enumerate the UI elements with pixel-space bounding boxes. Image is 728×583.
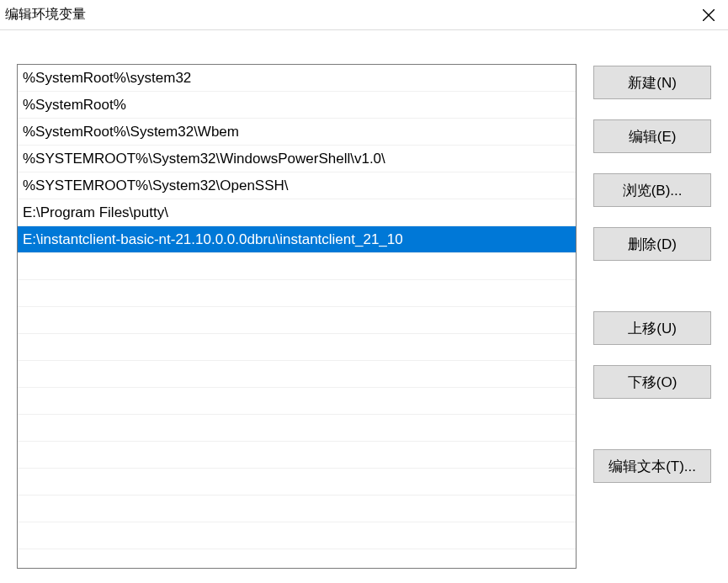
dialog-content: %SystemRoot%\system32 %SystemRoot% %Syst…: [0, 30, 728, 583]
button-column: 新建(N) 编辑(E) 浏览(B)... 删除(D) 上移(U) 下移(O) 编…: [593, 64, 711, 569]
edit-button[interactable]: 编辑(E): [593, 119, 711, 153]
new-button[interactable]: 新建(N): [593, 66, 711, 99]
list-empty-row[interactable]: [18, 253, 576, 280]
list-empty-row[interactable]: [18, 334, 576, 361]
list-empty-row[interactable]: [18, 442, 576, 469]
list-item[interactable]: %SystemRoot%\System32\Wbem: [18, 119, 576, 146]
list-item[interactable]: %SYSTEMROOT%\System32\WindowsPowerShell\…: [18, 146, 576, 172]
list-empty-row[interactable]: [18, 496, 576, 522]
edit-text-button[interactable]: 编辑文本(T)...: [593, 449, 711, 483]
browse-button[interactable]: 浏览(B)...: [593, 173, 711, 207]
close-icon: [703, 9, 715, 21]
list-empty-row[interactable]: [18, 522, 576, 549]
list-item[interactable]: E:\Program Files\putty\: [18, 199, 576, 226]
list-empty-row[interactable]: [18, 361, 576, 388]
titlebar: 编辑环境变量: [0, 0, 728, 30]
close-button[interactable]: [689, 0, 728, 30]
list-empty-row[interactable]: [18, 469, 576, 496]
move-down-button[interactable]: 下移(O): [593, 365, 711, 399]
list-item[interactable]: %SystemRoot%: [18, 92, 576, 119]
list-item-selected[interactable]: E:\instantclient-basic-nt-21.10.0.0.0dbr…: [18, 226, 576, 253]
move-up-button[interactable]: 上移(U): [593, 311, 711, 345]
list-item[interactable]: %SystemRoot%\system32: [18, 65, 576, 92]
list-empty-row[interactable]: [18, 307, 576, 334]
path-listbox[interactable]: %SystemRoot%\system32 %SystemRoot% %Syst…: [17, 64, 577, 569]
list-empty-row[interactable]: [18, 415, 576, 442]
list-item[interactable]: %SYSTEMROOT%\System32\OpenSSH\: [18, 172, 576, 199]
list-empty-row[interactable]: [18, 280, 576, 307]
list-empty-row[interactable]: [18, 388, 576, 415]
delete-button[interactable]: 删除(D): [593, 227, 711, 261]
window-title: 编辑环境变量: [5, 6, 86, 24]
